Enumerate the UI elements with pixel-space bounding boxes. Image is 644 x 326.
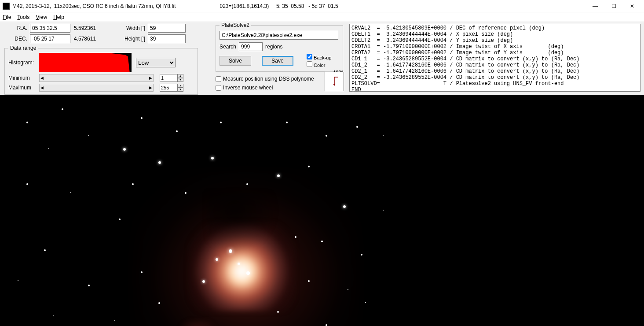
height-input[interactable] [148, 34, 186, 43]
histogram-label: Histogram: [8, 59, 39, 66]
titlebar: M42, 2015-3-12, 11x200sec, GSO RC 6 inch… [0, 0, 644, 12]
inverse-wheel-label: Inverse mouse wheel [223, 85, 273, 91]
star [326, 324, 327, 326]
maximum-slider[interactable]: ◀▶ [39, 84, 154, 92]
measure-dss-label: Measure position using DSS polynome [223, 76, 314, 82]
backup-checkbox[interactable]: Back-up [307, 54, 331, 60]
stretch-select[interactable]: Low [136, 58, 176, 67]
maximize-button[interactable]: ☐ [604, 1, 623, 11]
platesolve-path[interactable] [220, 31, 338, 40]
star [246, 183, 248, 185]
nebula-dark-lane [207, 192, 277, 254]
height-label: Height ['] [122, 36, 148, 42]
ra-label: R.A. [4, 25, 30, 31]
dec-input[interactable] [30, 34, 70, 43]
star [246, 271, 250, 275]
star [202, 280, 205, 283]
dec-label: DEC. [4, 36, 30, 42]
star [308, 280, 310, 282]
window-buttons: — ☐ ✕ [586, 1, 641, 11]
star [361, 254, 362, 256]
menubar: File Tools View Help [0, 12, 644, 22]
star [295, 236, 296, 238]
window-title: M42, 2015-3-12, 11x200sec, GSO RC 6 inch… [12, 3, 176, 9]
star [53, 315, 54, 316]
star [141, 271, 143, 273]
width-label: Width ['] [122, 25, 148, 31]
menu-file[interactable]: File [3, 14, 11, 20]
minimum-label: Minimum [8, 75, 39, 81]
search-label: Search [220, 44, 236, 50]
star [62, 108, 63, 110]
dec-calc: 4.578611 [74, 36, 96, 42]
datarange-legend: Data range [8, 45, 38, 51]
star [383, 210, 384, 211]
star [277, 174, 280, 177]
star [277, 311, 279, 313]
star [70, 192, 71, 193]
star [26, 122, 28, 123]
star [158, 302, 160, 304]
star [176, 130, 178, 132]
inverse-wheel-checkbox[interactable] [216, 85, 221, 91]
minimize-button[interactable]: — [586, 1, 604, 11]
search-regions-input[interactable] [239, 42, 263, 51]
minimum-spin[interactable]: ▲▼ [177, 74, 183, 82]
star [326, 135, 327, 137]
solve-button[interactable]: Solve [220, 56, 251, 66]
ra-input[interactable] [30, 24, 70, 33]
star [321, 241, 323, 242]
maximum-value[interactable] [160, 84, 177, 92]
nebula-m43 [176, 320, 220, 326]
menu-help[interactable]: Help [53, 14, 64, 20]
image-display[interactable] [0, 95, 644, 326]
star [132, 183, 134, 185]
window-status: 023=(1861.8,1614.3) 5: 35 05.58 - 5d 37 … [220, 3, 338, 9]
controls-panel: R.A. 5.592361 DEC. 4.578611 Data range H… [0, 22, 644, 95]
ra-calc: 5.592361 [74, 25, 96, 31]
regions-label: regions [265, 44, 282, 50]
color-checkbox[interactable]: Color [307, 61, 331, 68]
star [185, 192, 187, 194]
menu-tools[interactable]: Tools [17, 14, 29, 20]
close-button[interactable]: ✕ [623, 1, 641, 11]
star [119, 219, 121, 220]
star [365, 302, 366, 303]
orientation-indicator [325, 72, 344, 91]
minimum-value[interactable] [160, 74, 177, 82]
star [44, 249, 46, 251]
star [356, 126, 358, 128]
star [141, 117, 143, 119]
star [114, 320, 115, 321]
minimum-slider[interactable]: ◀▶ [39, 74, 154, 82]
save-button[interactable]: Save [262, 56, 293, 66]
datarange-fieldset: Data range Histogram: Low Minimum ◀▶ ▲▼ … [4, 45, 198, 95]
platesolve-legend: PlateSolve2 [220, 22, 251, 28]
star [343, 205, 346, 208]
star [229, 249, 232, 253]
star [220, 122, 222, 123]
star [26, 183, 28, 185]
measure-dss-checkbox[interactable] [216, 76, 221, 82]
star [158, 161, 161, 164]
menu-view[interactable]: View [36, 14, 47, 20]
platesolve-fieldset: PlateSolve2 Search regions Solve Save Ba… [216, 22, 343, 72]
histogram-display [39, 53, 132, 72]
star [286, 122, 288, 123]
maximum-spin[interactable]: ▲▼ [177, 84, 183, 92]
star [211, 157, 214, 159]
panel-mid: Width ['] Height ['] PlateSolve2 Search … [202, 22, 348, 95]
star [348, 289, 348, 290]
star [88, 285, 90, 286]
star [123, 148, 126, 151]
star [48, 148, 49, 149]
panel-fits-header: CRVAL2 = -5.42130545809E+0000 / DEC of r… [348, 22, 644, 95]
fits-header-text[interactable]: CRVAL2 = -5.42130545809E+0000 / DEC of r… [349, 24, 640, 92]
app-icon [3, 3, 10, 10]
width-input[interactable] [148, 24, 186, 33]
svg-marker-2 [333, 84, 336, 86]
star [18, 280, 18, 281]
star [238, 263, 240, 265]
star [216, 258, 218, 261]
star [383, 135, 384, 136]
